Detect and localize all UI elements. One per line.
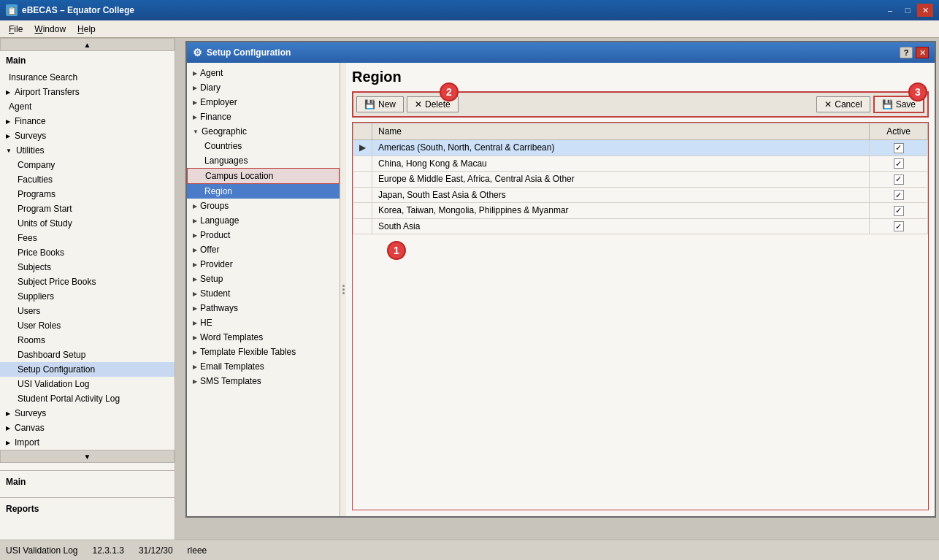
tree-item-email-templates[interactable]: ▶ Email Templates <box>187 359 340 374</box>
sidebar-item-finance[interactable]: ▶ Finance <box>0 114 175 129</box>
tree-item-region[interactable]: Region <box>187 184 340 199</box>
sidebar-item-faculties[interactable]: Faculties <box>0 172 175 187</box>
sidebar-item-usi-validation-log[interactable]: USI Validation Log <box>0 377 175 391</box>
table-row[interactable]: South Asia ✓ <box>353 218 928 234</box>
resize-handle[interactable] <box>340 63 346 516</box>
tree-item-diary[interactable]: ▶ Diary <box>187 80 340 95</box>
new-button[interactable]: 💾 New <box>356 96 404 112</box>
sidebar-item-airport-transfers[interactable]: ▶ Airport Transfers <box>0 85 175 99</box>
dialog-title-content: ⚙ Setup Configuration <box>193 47 291 58</box>
tree-word-templates-label: Word Templates <box>200 332 263 342</box>
tree-item-countries[interactable]: Countries <box>187 139 340 153</box>
sidebar-item-canvas[interactable]: ▶ Canvas <box>0 421 175 435</box>
tree-pathways-label: Pathways <box>200 303 238 313</box>
active-checkbox[interactable]: ✓ <box>894 206 904 216</box>
tree-arrow-icon: ▶ <box>193 261 197 268</box>
airport-transfers-label: Airport Transfers <box>15 87 80 97</box>
tree-item-agent[interactable]: ▶ Agent <box>187 66 340 80</box>
sidebar-section-reports: Reports <box>0 497 175 518</box>
delete-icon: ✕ <box>415 99 422 110</box>
table-row[interactable]: Europe & Middle East, Africa, Central As… <box>353 172 928 188</box>
tree-item-groups[interactable]: ▶ Groups <box>187 199 340 213</box>
sidebar-item-user-roles[interactable]: User Roles <box>0 318 175 333</box>
menu-help[interactable]: Help <box>72 23 101 36</box>
dialog-close-button[interactable]: ✕ <box>916 47 929 58</box>
tree-item-sms-templates[interactable]: ▶ SMS Templates <box>187 374 340 388</box>
student-portal-activity-log-label: Student Portal Activity Log <box>18 394 120 404</box>
tree-provider-label: Provider <box>200 259 233 269</box>
suppliers-label: Suppliers <box>18 291 54 302</box>
sidebar-item-units-of-study[interactable]: Units of Study <box>0 216 175 231</box>
sidebar-item-student-portal-activity-log[interactable]: Student Portal Activity Log <box>0 391 175 406</box>
sidebar-scroll-up[interactable]: ▲ <box>0 38 175 51</box>
sidebar-item-utilities[interactable]: ▼ Utilities <box>0 143 175 158</box>
tree-item-language[interactable]: ▶ Language <box>187 213 340 228</box>
sidebar-item-surveys2[interactable]: ▶ Surveys <box>0 406 175 421</box>
sidebar-item-rooms[interactable]: Rooms <box>0 333 175 348</box>
tree-item-template-flexible-tables[interactable]: ▶ Template Flexible Tables <box>187 345 340 359</box>
tree-offer-label: Offer <box>200 245 219 255</box>
cancel-button[interactable]: ✕ Cancel <box>816 96 870 112</box>
active-checkbox[interactable]: ✓ <box>894 158 904 169</box>
close-button[interactable]: ✕ <box>917 4 933 17</box>
menu-window[interactable]: Window <box>28 23 72 36</box>
tree-item-languages[interactable]: Languages <box>187 153 340 168</box>
canvas-label: Canvas <box>15 423 45 433</box>
surveys-label: Surveys <box>15 131 46 141</box>
sidebar-item-subject-price-books[interactable]: Subject Price Books <box>0 275 175 289</box>
sidebar-item-agent[interactable]: Agent <box>0 99 175 114</box>
sidebar-item-insurance-search[interactable]: Insurance Search <box>0 70 175 85</box>
tree-item-finance[interactable]: ▶ Finance <box>187 110 340 124</box>
new-label: New <box>378 99 396 110</box>
company-label: Company <box>18 160 55 170</box>
tree-item-setup[interactable]: ▶ Setup <box>187 272 340 286</box>
tree-item-student[interactable]: ▶ Student <box>187 286 340 301</box>
arrow-icon: ▶ <box>6 118 10 125</box>
status-item-3: 31/12/30 <box>139 545 173 556</box>
sidebar-item-company[interactable]: Company <box>0 158 175 172</box>
sidebar-item-setup-configuration[interactable]: Setup Configuration <box>0 362 175 377</box>
sidebar-item-users[interactable]: Users <box>0 304 175 318</box>
tree-arrow-icon: ▼ <box>193 129 199 135</box>
dialog-body: ▶ Agent ▶ Diary ▶ Employer ▶ Finance <box>187 63 935 516</box>
menu-file[interactable]: File <box>3 23 28 36</box>
table-row[interactable]: China, Hong Kong & Macau ✓ <box>353 156 928 172</box>
sidebar-item-price-books[interactable]: Price Books <box>0 245 175 260</box>
sidebar-scroll-down[interactable]: ▼ <box>0 450 175 463</box>
tree-item-provider[interactable]: ▶ Provider <box>187 257 340 272</box>
row-selector <box>353 218 372 234</box>
sidebar-item-subjects[interactable]: Subjects <box>0 260 175 275</box>
table-row[interactable]: ▶ Americas (South, North, Central & Carr… <box>353 140 928 156</box>
sidebar-item-dashboard-setup[interactable]: Dashboard Setup <box>0 348 175 362</box>
app-title: eBECAS – Equator College <box>22 5 134 15</box>
tree-item-he[interactable]: ▶ HE <box>187 315 340 330</box>
tree-arrow-icon: ▶ <box>193 114 197 120</box>
tree-item-employer[interactable]: ▶ Employer <box>187 95 340 110</box>
active-checkbox[interactable]: ✓ <box>894 190 904 200</box>
sidebar-item-fees[interactable]: Fees <box>0 231 175 245</box>
minimize-button[interactable]: – <box>882 4 898 17</box>
tree-item-campus-location[interactable]: Campus Location <box>187 168 340 184</box>
tree-item-pathways[interactable]: ▶ Pathways <box>187 301 340 315</box>
arrow-icon: ▶ <box>6 440 10 446</box>
sidebar-item-surveys[interactable]: ▶ Surveys <box>0 129 175 143</box>
active-checkbox[interactable]: ✓ <box>894 143 904 153</box>
tree-item-offer[interactable]: ▶ Offer <box>187 242 340 257</box>
tree-item-word-templates[interactable]: ▶ Word Templates <box>187 330 340 345</box>
sidebar-item-suppliers[interactable]: Suppliers <box>0 289 175 304</box>
badge-2: 2 <box>440 83 459 101</box>
table-row[interactable]: Japan, South East Asia & Others ✓ <box>353 187 928 203</box>
dialog-title-text: Setup Configuration <box>207 47 291 58</box>
dialog-help-button[interactable]: ? <box>900 47 913 58</box>
active-checkbox[interactable]: ✓ <box>894 221 904 231</box>
sidebar-item-program-start[interactable]: Program Start <box>0 202 175 216</box>
restore-button[interactable]: □ <box>900 4 916 17</box>
tree-item-geographic[interactable]: ▼ Geographic <box>187 124 340 139</box>
sidebar-item-programs[interactable]: Programs <box>0 187 175 202</box>
table-row[interactable]: Korea, Taiwan, Mongolia, Philippines & M… <box>353 203 928 219</box>
cancel-label: Cancel <box>835 99 862 110</box>
tree-languages-label: Languages <box>204 156 248 166</box>
active-checkbox[interactable]: ✓ <box>894 174 904 185</box>
sidebar-item-import[interactable]: ▶ Import <box>0 435 175 450</box>
tree-item-product[interactable]: ▶ Product <box>187 228 340 242</box>
